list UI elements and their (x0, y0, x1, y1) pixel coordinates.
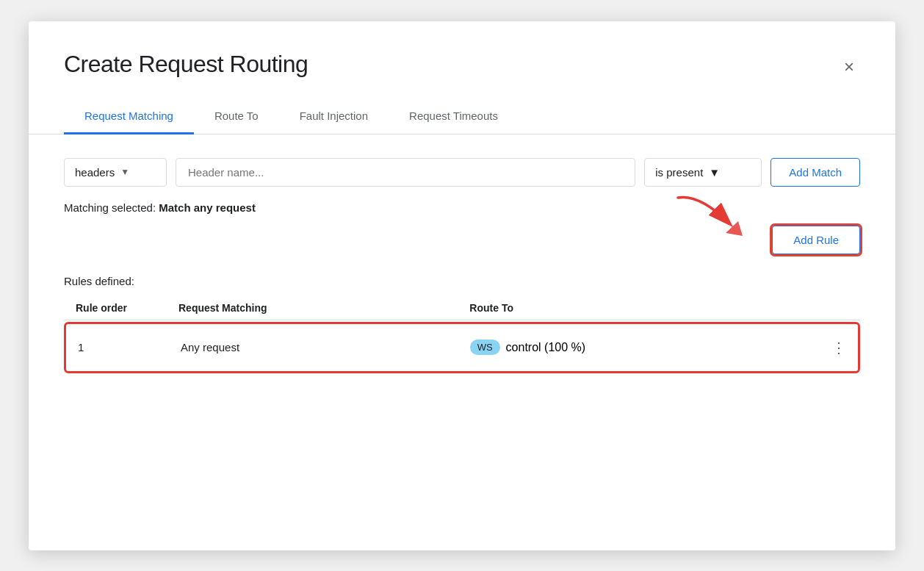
col-header-request-matching: Request Matching (178, 302, 469, 314)
matching-selected-prefix: Matching selected: (64, 201, 159, 214)
rule-row-highlighted: 1 Any request WS control (100 %) ⋮ (64, 322, 860, 373)
condition-dropdown[interactable]: is present ▼ (644, 158, 762, 187)
rule-matching-cell: Any request (181, 341, 470, 353)
svg-marker-1 (726, 221, 743, 236)
dialog-content: headers ▼ is present ▼ Add Match Matchin… (29, 134, 895, 397)
matching-selected: Matching selected: Match any request (64, 201, 860, 214)
create-request-routing-dialog: Create Request Routing × Request Matchin… (29, 21, 895, 550)
col-header-rule-order: Rule order (76, 302, 178, 314)
tab-route-to[interactable]: Route To (194, 101, 279, 134)
close-button[interactable]: × (838, 54, 860, 80)
rules-table-header: Rule order Request Matching Route To (64, 296, 860, 320)
condition-label: is present (655, 166, 703, 179)
type-label: headers (75, 166, 115, 179)
matching-selected-value: Match any request (159, 201, 256, 214)
tab-fault-injection[interactable]: Fault Injection (279, 101, 389, 134)
match-row: headers ▼ is present ▼ Add Match (64, 158, 860, 187)
add-rule-row: Add Rule (64, 226, 860, 254)
route-label: control (100 %) (506, 341, 586, 354)
rule-route-cell: WS control (100 %) (470, 340, 817, 355)
tabs-bar: Request Matching Route To Fault Injectio… (29, 101, 895, 134)
type-dropdown[interactable]: headers ▼ (64, 158, 167, 187)
rule-order-cell: 1 (78, 341, 181, 353)
add-rule-button[interactable]: Add Rule (772, 226, 860, 254)
dialog-title: Create Request Routing (64, 51, 308, 78)
rule-row-inner: 1 Any request WS control (100 %) ⋮ (66, 324, 858, 371)
tab-request-timeouts[interactable]: Request Timeouts (389, 101, 519, 134)
type-arrow-icon: ▼ (120, 167, 129, 177)
tab-request-matching[interactable]: Request Matching (64, 101, 194, 134)
rule-more-cell[interactable]: ⋮ (817, 339, 846, 356)
col-header-route-to: Route To (469, 302, 819, 314)
add-match-button[interactable]: Add Match (770, 158, 860, 187)
more-icon[interactable]: ⋮ (831, 339, 846, 356)
rules-label: Rules defined: (64, 275, 860, 287)
header-name-input[interactable] (176, 158, 635, 187)
arrow-annotation (671, 190, 751, 245)
rules-section: Rules defined: Rule order Request Matchi… (64, 275, 860, 373)
dialog-header: Create Request Routing × (29, 21, 895, 80)
condition-arrow-icon: ▼ (709, 166, 720, 179)
ws-badge: WS (470, 340, 500, 355)
